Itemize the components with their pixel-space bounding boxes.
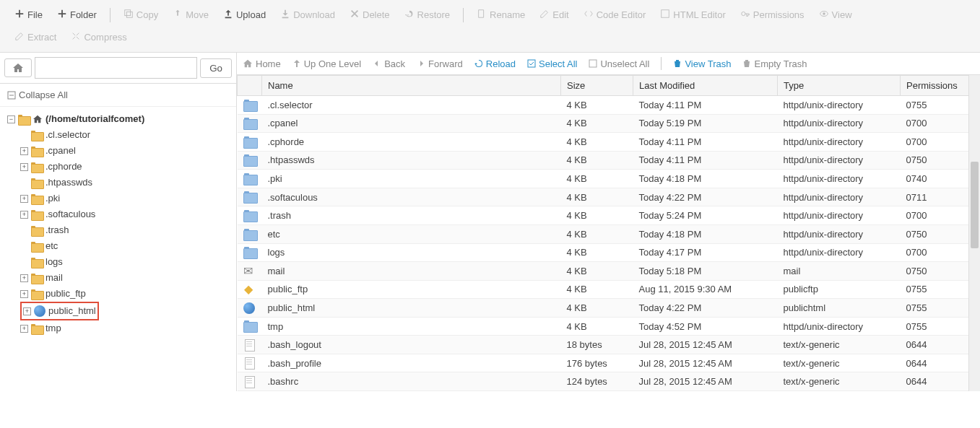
nav-home[interactable]: Home bbox=[243, 58, 281, 69]
table-row[interactable]: .cphorde4 KBToday 4:11 PMhttpd/unix-dire… bbox=[238, 133, 980, 152]
tree-item[interactable]: etc bbox=[20, 238, 233, 254]
edit-button[interactable]: Edit bbox=[532, 6, 576, 24]
cell-type: httpd/unix-directory bbox=[778, 151, 901, 170]
expander-icon[interactable]: + bbox=[23, 307, 31, 315]
expander-icon[interactable]: + bbox=[20, 163, 28, 171]
table-row[interactable]: .cpanel4 KBToday 5:19 PMhttpd/unix-direc… bbox=[238, 114, 980, 133]
col-permissions[interactable]: Permissions bbox=[901, 76, 980, 96]
tree-root[interactable]: −(/home/tutorialfcomet) bbox=[7, 111, 233, 127]
col-type[interactable]: Type bbox=[778, 76, 901, 96]
table-row[interactable]: etc4 KBToday 4:18 PMhttpd/unix-directory… bbox=[238, 224, 980, 243]
delete-button[interactable]: Delete bbox=[342, 6, 397, 24]
table-row[interactable]: .cl.selector4 KBToday 4:11 PMhttpd/unix-… bbox=[238, 96, 980, 115]
cell-name: .bash_logout bbox=[262, 336, 561, 354]
mail-icon bbox=[243, 266, 256, 277]
expander-icon[interactable] bbox=[20, 131, 28, 139]
table-row[interactable]: .softaculous4 KBToday 4:22 PMhttpd/unix-… bbox=[238, 188, 980, 206]
tree-item[interactable]: .htpasswds bbox=[20, 175, 233, 191]
tree-item-label: .trash bbox=[45, 222, 69, 238]
cell-modified: Today 5:24 PM bbox=[633, 206, 778, 225]
expander-icon[interactable] bbox=[20, 179, 28, 187]
copy-button[interactable]: Copy bbox=[116, 6, 165, 24]
tree-item[interactable]: +.cphorde bbox=[20, 159, 233, 175]
table-row[interactable]: .htpasswds4 KBToday 4:11 PMhttpd/unix-di… bbox=[238, 151, 980, 170]
table-row[interactable]: tmp4 KBToday 4:52 PMhttpd/unix-directory… bbox=[238, 317, 980, 336]
col-name[interactable]: Name bbox=[262, 76, 561, 96]
tree-item[interactable]: logs bbox=[20, 254, 233, 270]
tree-item[interactable]: +public_html bbox=[20, 302, 233, 320]
folder-button[interactable]: Folder bbox=[50, 6, 104, 24]
upload-icon bbox=[223, 9, 233, 21]
table-row[interactable]: .pki4 KBToday 4:18 PMhttpd/unix-director… bbox=[238, 170, 980, 188]
tree-item[interactable]: +.pki bbox=[20, 191, 233, 206]
tree-item[interactable]: +public_ftp bbox=[20, 286, 233, 302]
nav-view-trash[interactable]: View Trash bbox=[673, 58, 731, 69]
table-row[interactable]: .bash_logout18 bytesJul 28, 2015 12:45 A… bbox=[238, 336, 980, 354]
cell-permissions: 0740 bbox=[901, 170, 980, 188]
upload-button[interactable]: Upload bbox=[216, 6, 273, 24]
expander-icon[interactable] bbox=[20, 258, 28, 266]
file-button[interactable]: File bbox=[7, 6, 50, 24]
table-row[interactable]: mail4 KBToday 5:18 PMmail0750 bbox=[238, 262, 980, 281]
cell-permissions: 0750 bbox=[901, 262, 980, 281]
download-button[interactable]: Download bbox=[273, 6, 342, 24]
go-button[interactable]: Go bbox=[200, 58, 232, 78]
tree-item[interactable]: +.cpanel bbox=[20, 143, 233, 159]
expander-icon[interactable]: + bbox=[20, 274, 28, 282]
extract-button[interactable]: Extract bbox=[7, 28, 64, 46]
tree-item[interactable]: +.softaculous bbox=[20, 206, 233, 222]
move-button[interactable]: Move bbox=[165, 6, 216, 24]
delete-icon bbox=[350, 9, 360, 21]
col-modified[interactable]: Last Modified bbox=[633, 76, 778, 96]
nav-back[interactable]: Back bbox=[373, 58, 405, 69]
nav-up[interactable]: Up One Level bbox=[292, 58, 362, 69]
nav-select-all[interactable]: Select All bbox=[527, 58, 577, 69]
tree-item[interactable]: +tmp bbox=[20, 320, 233, 336]
tree-item[interactable]: .cl.selector bbox=[20, 127, 233, 143]
table-row[interactable]: logs4 KBToday 4:17 PMhttpd/unix-director… bbox=[238, 243, 980, 262]
vertical-scrollbar[interactable] bbox=[968, 75, 980, 391]
expander-icon[interactable] bbox=[20, 243, 28, 250]
cell-permissions: 0700 bbox=[901, 114, 980, 133]
folder-icon bbox=[31, 178, 43, 188]
tree-item[interactable]: +mail bbox=[20, 270, 233, 286]
nav-forward[interactable]: Forward bbox=[417, 58, 463, 69]
cell-modified: Today 4:52 PM bbox=[633, 317, 778, 336]
table-row[interactable]: .bashrc124 bytesJul 28, 2015 12:45 AMtex… bbox=[238, 372, 980, 391]
code-editor-button[interactable]: Code Editor bbox=[576, 6, 654, 24]
tree-item[interactable]: .trash bbox=[20, 222, 233, 238]
nav-empty-trash[interactable]: Empty Trash bbox=[742, 58, 807, 69]
plus-icon bbox=[14, 9, 25, 21]
nav-unselect-all[interactable]: Unselect All bbox=[589, 58, 649, 69]
home-button[interactable] bbox=[4, 58, 32, 77]
expander-icon[interactable] bbox=[20, 227, 28, 235]
cell-name: .bashrc bbox=[262, 372, 561, 391]
col-icon[interactable] bbox=[238, 76, 262, 96]
table-row[interactable]: .bash_profile176 bytesJul 28, 2015 12:45… bbox=[238, 354, 980, 372]
collapse-all-button[interactable]: Collapse All bbox=[0, 84, 236, 107]
expander-icon[interactable]: + bbox=[20, 325, 28, 333]
view-button[interactable]: View bbox=[812, 6, 859, 24]
col-size[interactable]: Size bbox=[561, 76, 633, 96]
table-row[interactable]: public_ftp4 KBAug 11, 2015 9:30 AMpublic… bbox=[238, 280, 980, 299]
expander-icon[interactable]: + bbox=[20, 290, 28, 298]
expander-icon[interactable]: + bbox=[20, 195, 28, 203]
cell-type: httpd/unix-directory bbox=[778, 114, 901, 133]
permissions-button[interactable]: Permissions bbox=[733, 6, 812, 24]
rename-button[interactable]: Rename bbox=[469, 6, 532, 24]
nav-reload[interactable]: Reload bbox=[474, 58, 516, 69]
expander-icon[interactable]: + bbox=[20, 147, 28, 155]
cell-size: 18 bytes bbox=[561, 336, 633, 354]
cell-permissions: 0755 bbox=[901, 280, 980, 299]
scrollbar-thumb[interactable] bbox=[971, 162, 979, 248]
restore-button[interactable]: Restore bbox=[397, 6, 458, 24]
compress-button[interactable]: Compress bbox=[64, 28, 134, 46]
table-row[interactable]: .trash4 KBToday 5:24 PMhttpd/unix-direct… bbox=[238, 206, 980, 225]
path-input[interactable] bbox=[35, 57, 197, 79]
key-icon bbox=[740, 9, 750, 21]
html-editor-button[interactable]: HTML Editor bbox=[653, 6, 732, 24]
svg-rect-7 bbox=[528, 60, 535, 67]
expander-icon[interactable]: + bbox=[20, 211, 28, 219]
table-row[interactable]: public_html4 KBToday 4:22 PMpublichtml07… bbox=[238, 299, 980, 318]
file-icon bbox=[243, 376, 256, 388]
